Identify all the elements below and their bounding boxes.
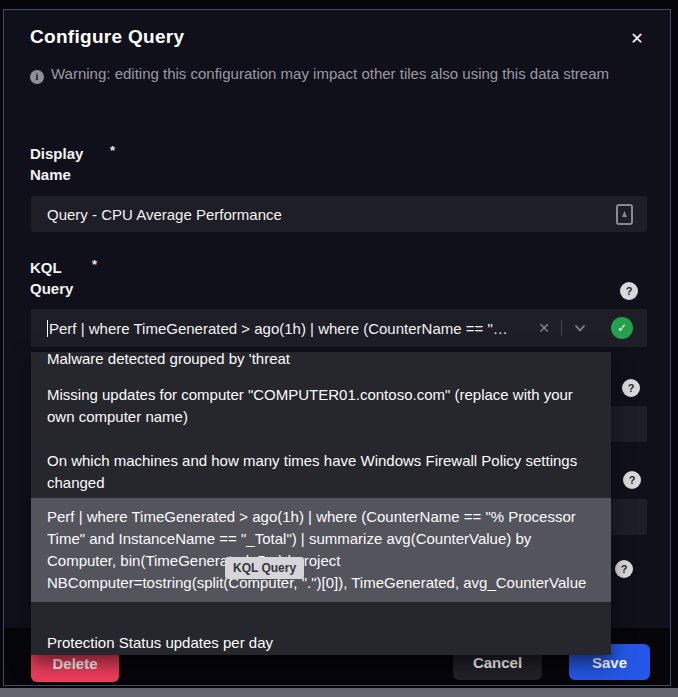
suggestion-item-highlighted[interactable]: Perf | where TimeGenerated > ago(1h) | w… [31, 498, 611, 602]
valid-check-icon: ✓ [611, 317, 633, 339]
suggestion-item[interactable]: Missing updates for computer "COMPUTER01… [31, 374, 611, 438]
text-cursor [47, 320, 48, 337]
display-name-input[interactable]: Query - CPU Average Performance [31, 196, 647, 232]
kql-query-label: KQL Query* [30, 257, 97, 299]
chevron-down-icon[interactable] [573, 321, 587, 335]
clear-icon[interactable]: ✕ [538, 320, 550, 336]
input-adornment-icon[interactable] [616, 204, 633, 225]
help-icon[interactable]: ? [622, 379, 640, 397]
page-background-strip [0, 688, 678, 697]
kql-suggestions-dropdown: Malware detected grouped by 'threat Miss… [31, 352, 611, 655]
warning-text: Warning: editing this configuration may … [51, 65, 609, 82]
help-icon[interactable]: ? [615, 560, 633, 578]
display-name-value: Query - CPU Average Performance [47, 206, 616, 223]
suggestion-item[interactable]: Protection Status updates per day [31, 624, 611, 655]
display-name-label: Display Name* [30, 143, 115, 185]
divider [561, 320, 562, 336]
kql-query-input[interactable]: Perf | where TimeGenerated > ago(1h) | w… [31, 309, 647, 347]
help-icon[interactable]: ? [623, 471, 641, 489]
warning-banner: iWarning: editing this configuration may… [30, 63, 630, 85]
suggestion-item[interactable]: On which machines and how many times hav… [31, 440, 611, 504]
help-icon[interactable]: ? [620, 282, 638, 300]
info-icon: i [30, 70, 44, 84]
required-asterisk: * [92, 254, 97, 275]
required-asterisk: * [110, 140, 115, 161]
kql-query-tooltip: KQL Query [225, 557, 304, 579]
close-icon[interactable]: ✕ [626, 28, 648, 50]
kql-query-value: Perf | where TimeGenerated > ago(1h) | w… [49, 320, 508, 337]
configure-query-dialog: Configure Query ✕ iWarning: editing this… [3, 9, 671, 686]
page-title: Configure Query [30, 26, 184, 48]
